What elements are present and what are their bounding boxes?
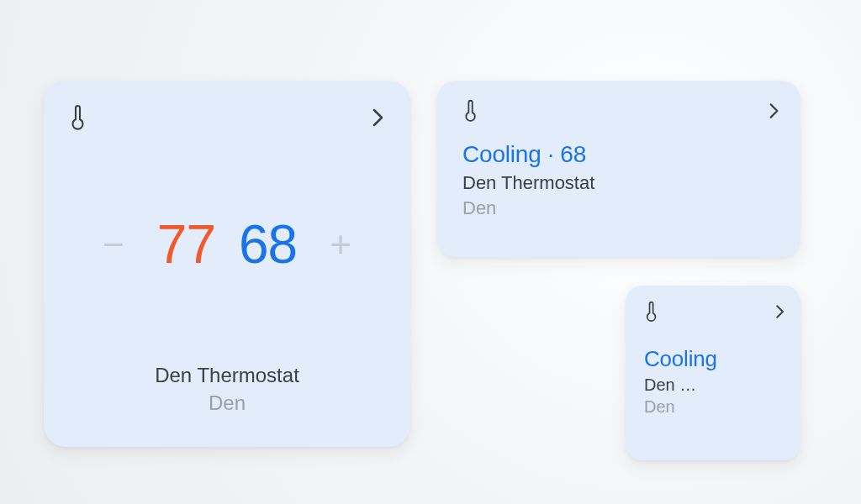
chevron-right-icon[interactable] bbox=[775, 303, 785, 320]
thermostat-large-card[interactable]: − 77 68 + Den Thermostat Den bbox=[44, 81, 410, 447]
device-labels: Den Thermostat Den bbox=[69, 362, 385, 422]
card-header bbox=[644, 301, 785, 323]
status-line: Cooling bbox=[644, 346, 785, 372]
room-name: Den bbox=[462, 196, 780, 221]
heat-setpoint: 77 bbox=[157, 218, 215, 271]
device-name: Den Thermostat bbox=[69, 362, 385, 389]
room-name: Den bbox=[69, 390, 385, 417]
card-header bbox=[462, 99, 780, 123]
thermostat-medium-card[interactable]: Cooling · 68 Den Thermostat Den bbox=[437, 81, 800, 257]
room-name: Den bbox=[644, 396, 785, 417]
increase-button[interactable]: + bbox=[320, 226, 361, 263]
thermometer-icon bbox=[644, 301, 659, 323]
cool-setpoint: 68 bbox=[239, 218, 297, 271]
device-name: Den Thermostat bbox=[462, 171, 780, 196]
temperature-controls: − 77 68 + bbox=[69, 126, 385, 362]
chevron-right-icon[interactable] bbox=[769, 102, 780, 120]
status-line: Cooling · 68 bbox=[462, 139, 780, 169]
decrease-button[interactable]: − bbox=[93, 226, 134, 263]
device-name: Den … bbox=[644, 374, 785, 396]
thermostat-small-card[interactable]: Cooling Den … Den bbox=[626, 286, 800, 460]
thermometer-icon bbox=[462, 99, 479, 123]
